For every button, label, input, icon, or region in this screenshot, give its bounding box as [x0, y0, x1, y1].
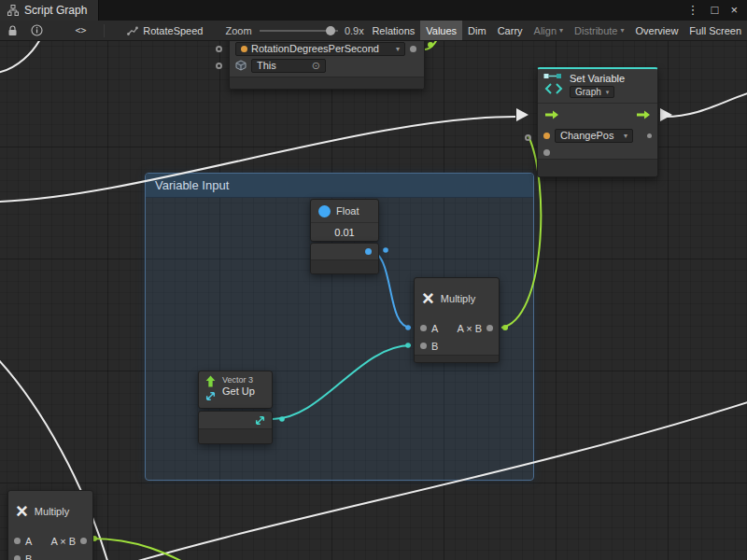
relations-button[interactable]: Relations: [366, 21, 420, 41]
values-button[interactable]: Values: [420, 21, 462, 41]
wire-multiply2-out: [92, 539, 200, 560]
node-float-ports[interactable]: [310, 243, 379, 274]
wire-getvariable-out: [425, 41, 442, 49]
node-title: Get Up: [222, 385, 255, 397]
info-icon[interactable]: [27, 21, 47, 41]
chevron-down-icon: ▾: [559, 26, 563, 35]
zoom-label: Zoom: [225, 25, 251, 36]
port-result-label: A × B: [50, 536, 76, 547]
chevron-down-icon: ▾: [606, 89, 610, 96]
port-a-in[interactable]: [14, 538, 21, 544]
port-extra[interactable]: [543, 149, 550, 156]
node-title: Set Variable: [570, 73, 625, 84]
node-multiply[interactable]: × Multiply A A × B B: [414, 277, 500, 363]
close-icon[interactable]: ×: [730, 0, 738, 21]
cube-icon: [235, 60, 247, 71]
node-title: Multiply: [35, 506, 69, 517]
port-changepos-in[interactable]: [525, 134, 531, 141]
object-picker-icon[interactable]: ⊙: [312, 60, 320, 72]
variable-dot: [543, 133, 550, 139]
multiply-icon: ×: [422, 288, 434, 309]
scope-label: Graph: [575, 87, 601, 97]
graph-asset-icon: [127, 25, 138, 36]
chevron-down-icon: ▾: [396, 45, 400, 53]
port-result-label: A × B: [457, 323, 482, 334]
float-type-icon: [318, 205, 331, 217]
variable-name: ChangePos: [560, 130, 614, 141]
group-title: Variable Input: [155, 178, 229, 192]
fullscreen-button[interactable]: Full Screen: [684, 21, 747, 41]
zoom-value: 0.9x: [345, 25, 367, 36]
distribute-button[interactable]: Distribute▾: [569, 21, 629, 41]
port-a-label: A: [25, 536, 32, 547]
port-a-label: A: [431, 323, 438, 334]
zoom-slider-knob[interactable]: [326, 26, 335, 35]
carry-button[interactable]: Carry: [492, 21, 529, 41]
node-footer: [199, 428, 272, 443]
node-multiply-2[interactable]: × Multiply A A × B B: [7, 490, 93, 560]
port-b-in[interactable]: [420, 343, 427, 349]
dim-button[interactable]: Dim: [462, 21, 492, 41]
graph-asset[interactable]: RotateSpeed: [127, 25, 203, 36]
graph-toolbar: <> RotateSpeed Zoom 0.9x Relations Value…: [0, 21, 747, 41]
menu-kebab-icon[interactable]: ⋮: [687, 0, 699, 21]
set-variable-icon: [543, 73, 564, 97]
maximize-icon[interactable]: □: [712, 0, 719, 21]
port-a-in[interactable]: [420, 325, 427, 331]
node-footer: [415, 355, 499, 362]
chevron-down-icon: ▾: [621, 26, 625, 35]
port-b-label: B: [25, 553, 32, 560]
scope-dropdown[interactable]: Graph ▾: [570, 86, 614, 98]
port-result-out[interactable]: [486, 325, 493, 331]
node-vector3-get-up[interactable]: Vector 3 Get Up: [198, 371, 273, 409]
title-bar: Script Graph ⋮ □ ×: [0, 0, 747, 21]
window-controls: ⋮ □ ×: [687, 0, 747, 21]
flow-out-arrow-icon[interactable]: [636, 109, 651, 120]
node-footer: [230, 77, 424, 89]
variable-dropdown[interactable]: RotationDegreesPerSecond ▾: [235, 42, 405, 56]
float-value-field[interactable]: 0.01: [311, 223, 378, 241]
node-vector3-ports[interactable]: [198, 411, 273, 444]
target-field[interactable]: This ⊙: [251, 59, 326, 73]
port-result-out[interactable]: [80, 538, 87, 544]
diagonal-arrows-icon: [204, 390, 217, 402]
node-title: Multiply: [441, 293, 475, 304]
port-b-in[interactable]: [14, 555, 21, 560]
changepos-dropdown[interactable]: ChangePos ▾: [555, 129, 633, 143]
up-arrow-icon: [204, 375, 217, 387]
wire-flow-out: [665, 92, 747, 117]
overview-button[interactable]: Overview: [630, 21, 684, 41]
node-set-variable[interactable]: Set Variable Graph ▾ ChangePos ▾: [537, 67, 658, 177]
variable-dot: [241, 46, 247, 52]
node-float[interactable]: Float 0.01: [310, 199, 379, 242]
zoom-slider[interactable]: [260, 26, 338, 35]
graph-canvas[interactable]: Variable Input: [0, 41, 747, 560]
node-title: Float: [336, 205, 359, 217]
port-value-out[interactable]: [410, 46, 416, 52]
lock-icon[interactable]: [4, 21, 21, 41]
node-type-label: Vector 3: [222, 375, 255, 385]
port-vector3-out[interactable]: [254, 414, 266, 427]
chevron-down-icon: ▾: [624, 132, 627, 140]
wire-top-left: [0, 41, 41, 73]
code-view-button[interactable]: <>: [60, 21, 102, 41]
target-label: This: [257, 60, 276, 71]
group-header[interactable]: Variable Input: [146, 174, 533, 198]
script-graph-window: Script Graph ⋮ □ × <> RotateSpeed Zoom: [0, 0, 747, 560]
node-get-variable[interactable]: RotationDegreesPerSecond ▾ This ⊙: [229, 41, 425, 90]
wire-cap: [428, 42, 433, 48]
script-graph-icon: [7, 5, 19, 16]
flow-in-arrow-icon[interactable]: [544, 109, 559, 120]
window-title: Script Graph: [24, 4, 87, 17]
flow-arrow-out[interactable]: [660, 108, 672, 121]
port-b-label: B: [431, 341, 438, 352]
flow-arrow-in[interactable]: [516, 108, 529, 121]
multiply-icon: ×: [16, 501, 28, 522]
port-target-left[interactable]: [216, 63, 222, 69]
window-tab[interactable]: Script Graph: [0, 0, 99, 21]
port-value-out[interactable]: [647, 133, 652, 138]
port-value-left[interactable]: [216, 46, 222, 52]
port-float-out[interactable]: [365, 248, 372, 255]
variable-name: RotationDegreesPerSecond: [251, 43, 379, 54]
align-button[interactable]: Align▾: [529, 21, 569, 41]
